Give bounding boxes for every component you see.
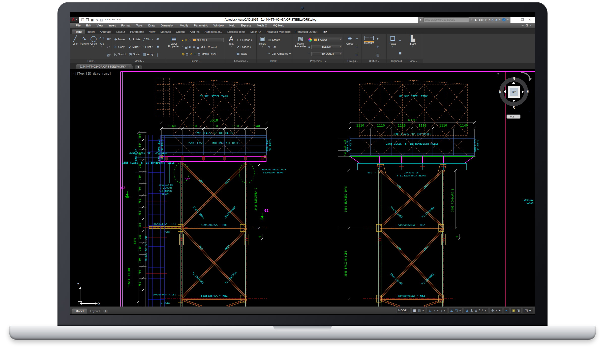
arc-button[interactable]: ◠Arc▾ xyxy=(98,35,105,59)
clean-screen-icon[interactable]: ● xyxy=(505,309,507,312)
rectangle-button[interactable]: ▭▾ xyxy=(107,37,111,40)
copy-clip-button[interactable]: ▣ xyxy=(399,51,402,54)
menu-item-modify[interactable]: Modify xyxy=(177,24,191,27)
workspace-dropdown-icon[interactable]: ▾ xyxy=(496,309,497,312)
snap-dropdown-icon[interactable]: ▾ xyxy=(422,309,424,312)
layer-properties-button[interactable]: ▤Layer Properties xyxy=(167,35,180,59)
leader-button[interactable]: ↗Leader▾ xyxy=(237,45,252,49)
offset-button[interactable]: ∥ xyxy=(157,53,159,56)
circle-button[interactable]: ◯Circle▾ xyxy=(90,35,97,59)
polar-dropdown-icon[interactable]: ▾ xyxy=(437,309,439,312)
plot-icon[interactable]: ▤ xyxy=(100,18,103,22)
viewport-controls[interactable]: [-][Top][2D Wireframe] xyxy=(71,72,111,75)
search-input[interactable] xyxy=(424,17,469,22)
scale-dropdown-icon[interactable]: ▾ xyxy=(485,309,486,312)
scale-button[interactable]: ◳Scale xyxy=(129,52,140,56)
ribbon-tab-autodesk-360[interactable]: Autodesk 360 xyxy=(202,29,225,34)
osnap-dropdown-icon[interactable]: ▾ xyxy=(459,309,461,312)
osnap-tracking-icon[interactable]: ∠ xyxy=(450,309,453,312)
layer-freeze-icon[interactable]: ❄ xyxy=(189,45,191,49)
panel-title-layers[interactable]: Layers▾ xyxy=(166,59,225,63)
ribbon-tab-home[interactable]: Home xyxy=(72,29,85,34)
autodesk360-icon[interactable]: ◭ xyxy=(495,18,497,21)
menu-item-edit[interactable]: Edit xyxy=(83,24,94,27)
panel-title-groups[interactable]: Groups▾ xyxy=(344,59,361,63)
minimize-button[interactable]: ─ xyxy=(515,18,517,21)
ortho-icon[interactable]: ∟ xyxy=(429,309,432,312)
lineweight-dropdown[interactable]: ByLayer▾ xyxy=(311,45,342,49)
object-color-dropdown[interactable]: ByLayer▾ xyxy=(313,38,342,42)
menu-item-view[interactable]: View xyxy=(94,24,106,27)
fillet-button[interactable]: ◜Fillet▾ xyxy=(143,45,155,49)
workspace-gear-icon[interactable]: ⚙ xyxy=(491,309,494,312)
layer-on-icon[interactable]: ● xyxy=(182,38,184,42)
save-as-icon[interactable]: ✎ xyxy=(96,18,98,22)
panel-title-properties[interactable]: Properties▾↘ xyxy=(292,59,344,63)
redo-dropdown-icon[interactable]: ▾ xyxy=(117,19,118,21)
layer-thaw2-icon[interactable]: ☀ xyxy=(190,52,193,56)
quick-calc-button[interactable]: ▤ xyxy=(376,53,379,56)
table-button[interactable]: ▦Table xyxy=(237,52,252,55)
menu-item-dimension[interactable]: Dimension xyxy=(158,24,177,27)
open-icon[interactable]: ❒ xyxy=(86,18,89,22)
isolate-objects-icon[interactable]: ◨ xyxy=(517,309,520,312)
customize-plus-icon[interactable]: + xyxy=(499,309,501,312)
viewcube[interactable]: NWESTOP⌂▾WCS▾ xyxy=(497,71,532,118)
trim-button[interactable]: ╱Trim▾ xyxy=(143,38,155,41)
panel-title-clipboard[interactable]: Clipboard xyxy=(387,59,406,63)
polyline-button[interactable]: ∿Polyline xyxy=(80,35,89,59)
panel-title-utilities[interactable]: Utilities▾ xyxy=(361,59,386,63)
ribbon-minimize-icon[interactable]: ▣▾ xyxy=(323,30,327,34)
model-tab[interactable]: Model xyxy=(72,309,87,314)
fullscreen-icon[interactable]: ◳ xyxy=(525,309,528,312)
point-button[interactable]: ✛ xyxy=(376,45,379,48)
panel-title-annotation[interactable]: Annotation▾ xyxy=(225,59,256,63)
menu-item-mq-help[interactable]: MQ Help xyxy=(270,24,287,27)
file-tab[interactable]: J1444~TT~02~GA OF STEELWORK*✕ xyxy=(76,64,133,69)
ribbon-tab-view[interactable]: View xyxy=(147,29,158,34)
menu-item-window[interactable]: Window xyxy=(211,24,227,27)
ribbon-tab-parametric[interactable]: Parametric xyxy=(128,29,147,34)
signin-dropdown-icon[interactable]: ▾ xyxy=(489,19,490,21)
snap-icon[interactable]: ▥ xyxy=(418,309,421,312)
mirror-button[interactable]: ◭Mirror xyxy=(129,45,140,49)
menu-item-express[interactable]: Express xyxy=(238,24,254,27)
layout1-tab[interactable]: Layout1 xyxy=(87,309,103,314)
ribbon-tab-parabuild-output[interactable]: Parabuild Output xyxy=(293,29,320,34)
group-button[interactable]: ✷Group xyxy=(345,35,354,59)
menu-item-format[interactable]: Format xyxy=(118,24,133,27)
undo-icon[interactable]: ↶ xyxy=(105,18,108,22)
match-properties-button[interactable]: ▧Match Properties xyxy=(294,35,307,59)
base-button[interactable]: ▙Base▾ xyxy=(408,35,418,59)
search-binoculars-icon[interactable]: ∞ xyxy=(471,18,473,21)
properties-expander-icon[interactable]: ↘ xyxy=(324,60,326,62)
edit-block-button[interactable]: ✎Edit xyxy=(268,45,291,49)
ribbon-tab-manage[interactable]: Manage xyxy=(158,29,173,34)
menu-item-file[interactable]: File xyxy=(73,24,83,27)
annotation-autoscale-icon[interactable]: ♟ xyxy=(470,309,473,312)
scale-value[interactable]: 1:1 xyxy=(479,309,483,312)
menu-item-help[interactable]: Help xyxy=(227,24,238,27)
layer-unlock-icon[interactable]: ∩ xyxy=(189,38,191,42)
doc-restore-icon[interactable]: ❐ xyxy=(526,24,528,27)
layer-unlock2-icon[interactable]: ⊡ xyxy=(194,52,196,56)
layer-isolate-icon[interactable]: ▤ xyxy=(185,45,188,49)
line-button[interactable]: ╱Line xyxy=(72,35,79,59)
ribbon-tab-parabuild-modeling[interactable]: Parabuild Modeling xyxy=(263,29,293,34)
ribbon-tab-express-tools[interactable]: Express Tools xyxy=(225,29,248,34)
exchange-apps-icon[interactable]: X xyxy=(492,18,494,21)
group-select-button[interactable]: ⊞ xyxy=(356,53,358,56)
ungroup-button[interactable]: ⊟ xyxy=(356,45,358,48)
group-edit-button[interactable]: ✏ xyxy=(356,37,358,40)
panel-title-draw[interactable]: Draw▾ xyxy=(70,59,113,63)
panel-title-modify[interactable]: Modify▾ xyxy=(113,59,166,63)
doc-minimize-icon[interactable]: ─ xyxy=(522,24,524,27)
autocad-app-button[interactable]: A▼ xyxy=(70,17,79,23)
new-layout-button[interactable]: ✚ xyxy=(103,310,108,313)
help-dropdown-icon[interactable]: ▾ xyxy=(507,19,508,21)
file-tab-close-icon[interactable]: ✕ xyxy=(128,65,130,68)
redo-icon[interactable]: ↷ xyxy=(112,18,115,22)
panel-title-view[interactable]: View▾↘ xyxy=(406,59,423,63)
a360-dropdown-icon[interactable]: ▾ xyxy=(499,19,500,21)
new-drawing-tab-button[interactable]: ✚ xyxy=(135,65,142,69)
